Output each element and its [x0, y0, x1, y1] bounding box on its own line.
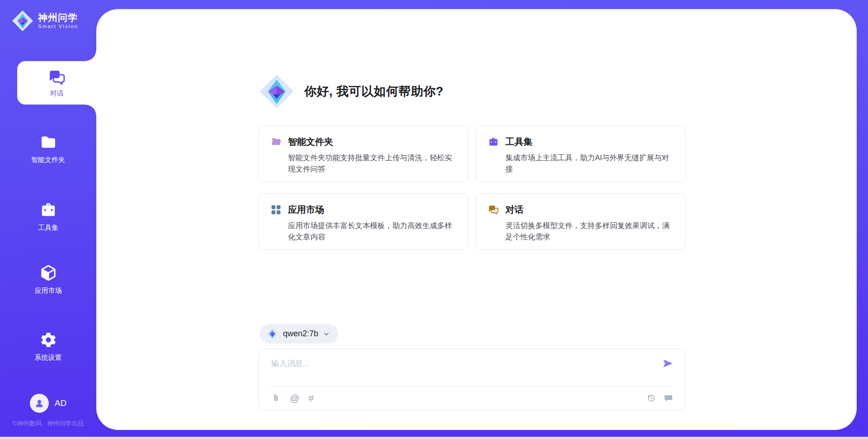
greeting-title: 你好, 我可以如何帮助你? [304, 83, 443, 100]
at-mention-icon[interactable]: @ [290, 393, 299, 403]
chat-bubble-icon[interactable] [664, 393, 673, 403]
model-selector[interactable]: qwen2:7b [260, 324, 338, 344]
sidebar-item-settings[interactable]: 系统设置 [0, 331, 96, 362]
model-logo-icon [266, 328, 278, 340]
card-smart-folder[interactable]: 智能文件夹 智能文件夹功能支持批量文件上传与清洗，轻松实现文件问答 [258, 125, 468, 182]
card-title: 应用市场 [288, 204, 324, 216]
card-description: 智能文件夹功能支持批量文件上传与清洗，轻松实现文件问答 [288, 152, 456, 175]
toolbox-icon [39, 201, 57, 219]
greeting-logo-icon [259, 74, 294, 109]
brand-logo-icon [12, 10, 33, 32]
send-icon [661, 357, 674, 370]
sidebar-item-label: 工具集 [0, 224, 96, 232]
sidebar-item-toolset[interactable]: 工具集 [0, 201, 96, 232]
brand-name: 神州问学 [38, 12, 78, 23]
sidebar-item-chat[interactable]: 对话 [17, 61, 96, 105]
sidebar-item-app-market[interactable]: 应用市场 [0, 264, 96, 295]
tab-curve-top [85, 50, 96, 61]
greeting: 你好, 我可以如何帮助你? [259, 73, 443, 110]
message-composer: @ # [258, 348, 685, 410]
card-description: 应用市场提供丰富长文本模板，助力高效生成多样化文章内容 [288, 220, 456, 243]
tab-curve-bottom [85, 105, 96, 115]
chat-icon [48, 68, 66, 86]
brand: 神州问学 Smart Vision [12, 10, 78, 32]
send-button[interactable] [661, 357, 674, 370]
main-content: 你好, 我可以如何帮助你? 智能文件夹 智能文件夹功能支持批量文件上传与清洗，轻… [96, 9, 857, 430]
sidebar-item-label: 智能文件夹 [0, 156, 96, 164]
folder-open-icon [270, 136, 282, 148]
avatar [30, 394, 49, 413]
gear-icon [39, 331, 57, 349]
card-app-market[interactable]: 应用市场 应用市场提供丰富长文本模板，助力高效生成多样化文章内容 [258, 193, 468, 250]
sidebar-item-label: 系统设置 [0, 353, 96, 362]
toolbox-icon [488, 136, 499, 148]
card-toolset[interactable]: 工具集 集成市场上主流工具，助力AI与外界无缝扩展与对接 [476, 125, 686, 182]
card-description: 集成市场上主流工具，助力AI与外界无缝扩展与对接 [505, 152, 674, 175]
history-icon[interactable] [646, 393, 656, 403]
brand-subtitle: Smart Vision [38, 23, 78, 30]
user-label: AD [55, 398, 66, 408]
cube-icon [39, 264, 57, 282]
card-title: 智能文件夹 [288, 136, 333, 148]
sidebar: 神州问学 Smart Vision 对话 智能文件夹 工具集 应用市场 系统设置… [0, 0, 96, 439]
folder-icon [39, 133, 57, 151]
sidebar-item-label: 对话 [50, 89, 64, 98]
sidebar-item-label: 应用市场 [0, 286, 96, 295]
card-chat[interactable]: 对话 灵活切换多模型文件，支持多样回复效果调试，满足个性化需求 [476, 193, 686, 250]
sidebar-item-smart-folder[interactable]: 智能文件夹 [0, 133, 96, 164]
card-title: 工具集 [505, 136, 533, 148]
message-input[interactable] [271, 358, 642, 382]
chevron-down-icon [323, 330, 330, 338]
copyright-text: ©神州数码 · 神州问学出品 [0, 420, 96, 428]
chat-icon [488, 204, 499, 215]
attachment-icon[interactable] [271, 393, 281, 403]
card-description: 灵活切换多模型文件，支持多样回复效果调试，满足个性化需求 [505, 220, 674, 243]
window-bottom-edge [0, 437, 868, 439]
composer-divider [268, 386, 676, 387]
grid-icon [270, 204, 282, 215]
feature-cards: 智能文件夹 智能文件夹功能支持批量文件上传与清洗，轻松实现文件问答 工具集 集成… [258, 125, 686, 250]
user-account[interactable]: AD [0, 394, 96, 413]
person-icon [34, 398, 45, 409]
model-name: qwen2:7b [283, 329, 318, 339]
hash-tag-icon[interactable]: # [308, 393, 314, 403]
card-title: 对话 [505, 204, 524, 216]
